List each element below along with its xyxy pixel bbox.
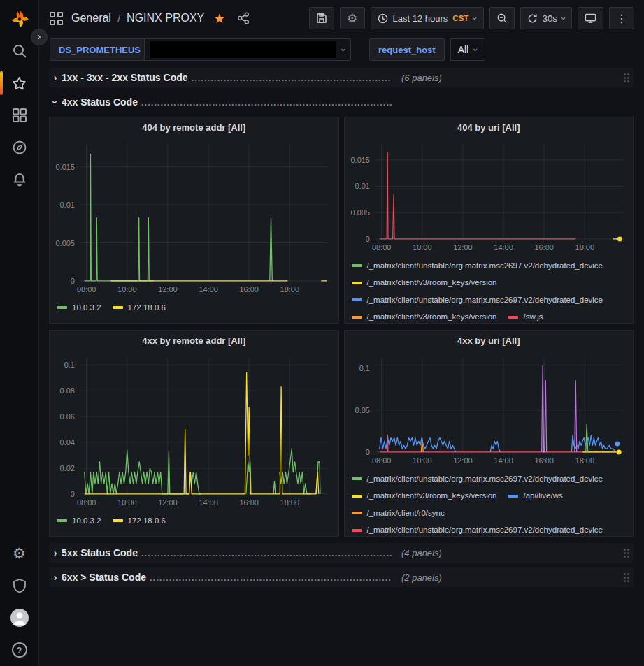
row-4xx[interactable]: › 4xx Status Code [49, 92, 634, 112]
svg-text:08:00: 08:00 [371, 243, 390, 252]
more-options-button[interactable]: ⋮ [609, 7, 634, 29]
legend-item[interactable]: 172.18.0.6 [113, 514, 166, 528]
svg-text:0.1: 0.1 [359, 364, 369, 372]
legend-item[interactable]: /_matrix/client/v3/room_keys/version [352, 275, 497, 290]
row-title: 1xx - 3xx - 2xx Status Code [62, 72, 188, 83]
svg-text:14:00: 14:00 [199, 498, 217, 507]
chevron-down-icon: › [471, 48, 481, 51]
save-dashboard-button[interactable] [309, 7, 334, 29]
legend: /_matrix/client/unstable/org.matrix.msc2… [345, 254, 634, 323]
legend-label: /_matrix/client/unstable/org.matrix.msc2… [367, 523, 603, 536]
legend-label: 172.18.0.6 [128, 301, 166, 315]
dashboards-grid-icon [12, 108, 27, 123]
clock-icon [378, 13, 388, 24]
legend-label: /_matrix/client/v3/room_keys/version [367, 310, 497, 323]
sidebar-item-server-admin[interactable] [0, 570, 39, 602]
svg-text:0.015: 0.015 [56, 163, 75, 171]
sidebar-item-configuration[interactable]: ⚙ [0, 537, 39, 570]
zoom-out-icon [496, 13, 508, 24]
legend-item[interactable]: /_matrix/client/unstable/org.matrix.msc2… [352, 472, 603, 486]
sidebar-item-alerting[interactable] [0, 164, 39, 196]
svg-text:12:00: 12:00 [158, 498, 177, 507]
legend-label: 172.18.0.6 [128, 514, 166, 528]
favorite-star-icon[interactable]: ★ [213, 10, 225, 27]
cycle-view-mode-button[interactable] [578, 7, 603, 29]
legend-swatch [508, 316, 518, 319]
panel-404-by-remote-addr: 404 by remote addr [All] 08:0010:0012:00… [49, 117, 339, 324]
legend-swatch [352, 264, 362, 267]
row-dots-leader [141, 97, 392, 108]
request-host-value: All [458, 44, 469, 55]
chevron-down-icon: › [338, 48, 348, 51]
breadcrumb-title[interactable]: NGINX PROXY [127, 12, 204, 24]
sidebar-item-explore[interactable] [0, 131, 39, 164]
chart-4xx-by-remote-addr[interactable]: 08:0010:0012:0014:0016:0018:0000.020.040… [50, 350, 338, 509]
dashboard-settings-button[interactable]: ⚙ [340, 7, 365, 29]
legend-item[interactable]: /_matrix/client/unstable/org.matrix.msc2… [352, 259, 603, 273]
svg-text:0: 0 [71, 490, 75, 498]
zoom-out-button[interactable] [489, 7, 515, 29]
legend-item[interactable]: 10.0.3.2 [57, 514, 101, 528]
row-panel-count: (4 panels) [401, 548, 442, 558]
legend-item[interactable]: /_matrix/client/v3/room_keys/version [352, 488, 497, 503]
panel-title[interactable]: 4xx by remote addr [All] [50, 331, 338, 350]
legend-item[interactable]: /_matrix/client/unstable/org.matrix.msc2… [352, 523, 603, 536]
sidebar-item-starred[interactable] [0, 67, 39, 99]
legend-label: /_matrix/client/unstable/org.matrix.msc2… [367, 293, 603, 307]
refresh-button-group[interactable]: 30s › [520, 7, 572, 29]
chevron-right-icon: › [49, 572, 62, 583]
legend-item[interactable]: 172.18.0.6 [113, 301, 166, 315]
legend-item[interactable]: /_matrix/client/r0/sync [352, 506, 445, 521]
row-drag-handle[interactable] [624, 73, 629, 82]
row-drag-handle[interactable] [624, 549, 629, 558]
legend-swatch [352, 512, 362, 514]
breadcrumb-separator: / [117, 13, 120, 24]
request-host-label[interactable]: request_host [369, 38, 445, 61]
sidebar-item-dashboards[interactable] [0, 99, 39, 131]
row-5xx[interactable]: › 5xx Status Code (4 panels) [49, 543, 634, 563]
panel-404-by-uri: 404 by uri [All] 08:0010:0012:0014:0016:… [344, 117, 634, 324]
legend-item[interactable]: /_matrix/client/v3/room_keys/version [352, 310, 497, 323]
breadcrumb-section[interactable]: General [71, 12, 111, 24]
sidebar-item-help[interactable]: ? [0, 634, 39, 666]
panel-title[interactable]: 404 by remote addr [All] [50, 117, 338, 137]
svg-text:18:00: 18:00 [575, 456, 594, 465]
legend-item[interactable]: /_matrix/client/unstable/org.matrix.msc2… [352, 293, 603, 307]
svg-text:0.08: 0.08 [60, 386, 75, 395]
svg-text:12:00: 12:00 [158, 285, 177, 294]
panel-title[interactable]: 4xx by uri [All] [345, 331, 634, 350]
ds-prometheus-label[interactable]: DS_PROMETHEUS [50, 38, 150, 61]
chevron-down-icon: › [470, 17, 480, 20]
legend-swatch [113, 519, 123, 522]
legend-label: /_matrix/client/unstable/org.matrix.msc2… [367, 472, 603, 486]
legend-swatch [352, 298, 362, 301]
svg-text:10:00: 10:00 [413, 456, 431, 465]
svg-text:0.01: 0.01 [60, 201, 75, 209]
sidebar-expand-button[interactable]: › [31, 29, 48, 45]
svg-text:0.005: 0.005 [350, 208, 369, 217]
legend-item[interactable]: 10.0.3.2 [57, 301, 101, 315]
ds-prometheus-select[interactable]: › [144, 38, 351, 61]
chart-404-by-uri[interactable]: 08:0010:0012:0014:0016:0018:0000.0050.01… [345, 137, 634, 254]
apps-grid-icon[interactable] [50, 12, 63, 25]
panel-title[interactable]: 404 by uri [All] [345, 117, 634, 137]
row-drag-handle[interactable] [624, 573, 629, 582]
legend-swatch [352, 477, 362, 480]
sidebar-item-profile[interactable] [0, 602, 39, 634]
legend-label: 10.0.3.2 [72, 514, 101, 528]
row-1xx-3xx-2xx[interactable]: › 1xx - 3xx - 2xx Status Code (6 panels) [49, 68, 634, 87]
svg-text:0.05: 0.05 [355, 406, 369, 414]
chevron-down-icon: › [558, 17, 568, 20]
chart-404-by-remote-addr[interactable]: 08:0010:0012:0014:0016:0018:0000.0050.01… [50, 137, 338, 296]
share-icon[interactable] [237, 12, 250, 24]
request-host-select[interactable]: All › [450, 38, 485, 61]
legend-swatch [57, 519, 67, 522]
chart-4xx-by-uri[interactable]: 08:0010:0012:0014:0016:0018:0000.050.1 [345, 350, 634, 468]
legend-item[interactable]: /api/live/ws [508, 488, 562, 503]
legend-item[interactable]: /sw.js [508, 310, 543, 323]
svg-text:0.02: 0.02 [60, 464, 75, 472]
legend-swatch [352, 495, 362, 498]
row-6xx[interactable]: › 6xx > Status Code (2 panels) [49, 567, 634, 587]
sidebar: ⚙ ? [0, 0, 39, 666]
time-picker-button[interactable]: Last 12 hours CST › [371, 7, 484, 29]
